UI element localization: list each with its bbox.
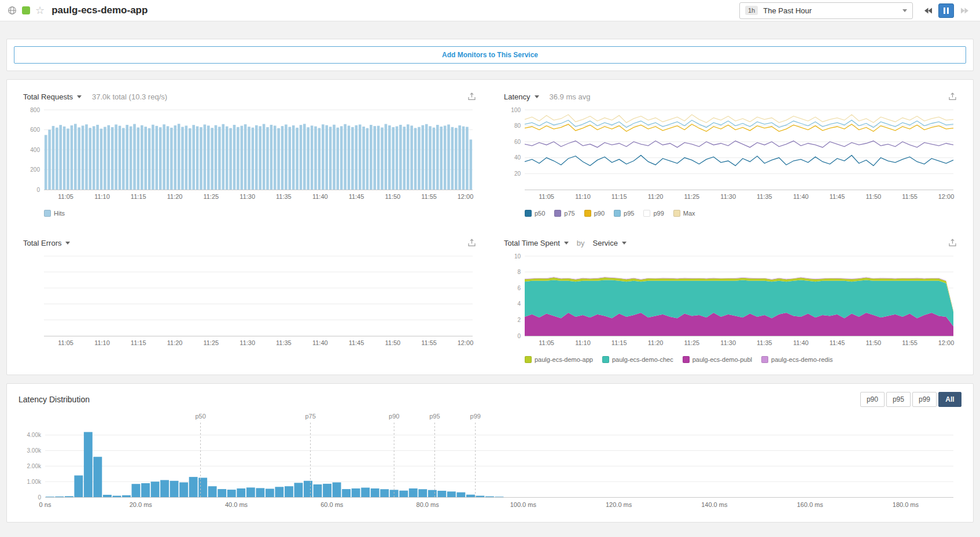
total-requests-legend: Hits <box>23 209 476 218</box>
svg-text:p75: p75 <box>305 413 315 420</box>
export-icon[interactable] <box>948 239 957 247</box>
svg-text:11:05: 11:05 <box>58 339 73 346</box>
group-by-dropdown[interactable]: Service <box>593 239 627 247</box>
latency-panel: Latency 36.9 ms avg 2040608010011:0511:1… <box>504 89 957 218</box>
svg-text:10: 10 <box>514 253 521 260</box>
svg-text:80.0 ms: 80.0 ms <box>417 501 440 508</box>
legend-item[interactable]: p99 <box>643 210 664 217</box>
svg-text:11:25: 11:25 <box>684 339 699 346</box>
total-time-spent-chart[interactable]: 024681011:0511:1011:1511:2011:2511:3011:… <box>504 250 957 353</box>
legend-swatch <box>44 210 51 217</box>
legend-label: p90 <box>594 210 605 217</box>
legend-item[interactable]: Hits <box>44 210 65 217</box>
svg-text:0: 0 <box>36 187 40 193</box>
svg-text:100.0 ms: 100.0 ms <box>510 501 537 508</box>
legend-item[interactable]: paulg-ecs-demo-redis <box>761 356 832 363</box>
svg-text:11:05: 11:05 <box>58 193 73 200</box>
svg-text:200: 200 <box>30 166 40 173</box>
svg-text:11:55: 11:55 <box>421 193 437 200</box>
svg-text:p90: p90 <box>389 413 399 420</box>
legend-swatch <box>525 210 532 217</box>
svg-text:140.0 ms: 140.0 ms <box>701 501 728 508</box>
legend-swatch <box>554 210 561 217</box>
legend-item[interactable]: p95 <box>614 210 634 217</box>
svg-text:11:45: 11:45 <box>830 339 845 346</box>
time-range-picker[interactable]: 1h The Past Hour <box>739 2 913 19</box>
chevron-down-icon <box>77 95 82 98</box>
time-range-label: The Past Hour <box>763 6 897 15</box>
latency-metric-dropdown[interactable]: Latency <box>504 92 539 101</box>
latency-chart[interactable]: 2040608010011:0511:1011:1511:2011:2511:3… <box>504 104 957 207</box>
chart-title: Total Requests <box>23 92 73 101</box>
add-monitors-button[interactable]: Add Monitors to This Service <box>14 46 966 64</box>
playback-controls <box>920 3 972 18</box>
total-time-spent-panel: Total Time Spent by Service 024681011:05… <box>504 235 957 364</box>
fast-forward-button[interactable] <box>957 3 972 18</box>
svg-text:11:20: 11:20 <box>648 193 664 200</box>
svg-text:11:45: 11:45 <box>349 339 364 346</box>
svg-text:3.00k: 3.00k <box>27 447 42 454</box>
svg-text:11:30: 11:30 <box>240 193 255 200</box>
globe-icon[interactable] <box>8 6 17 15</box>
chevron-down-icon <box>622 242 627 245</box>
legend-item[interactable]: Max <box>673 210 695 217</box>
p95-button[interactable]: p95 <box>886 392 911 407</box>
svg-text:0 ns: 0 ns <box>39 501 51 508</box>
svg-text:40.0 ms: 40.0 ms <box>225 501 248 508</box>
all-button[interactable]: All <box>938 392 961 407</box>
total-time-spent-metric-dropdown[interactable]: Total Time Spent <box>504 239 569 247</box>
legend-item[interactable]: paulg-ecs-demo-app <box>525 356 593 363</box>
legend-item[interactable]: p90 <box>584 210 605 217</box>
svg-text:11:25: 11:25 <box>684 193 699 200</box>
pause-button[interactable] <box>938 3 954 18</box>
legend-label: paulg-ecs-demo-redis <box>771 356 832 363</box>
service-color-swatch <box>22 6 30 14</box>
svg-text:11:50: 11:50 <box>866 339 882 346</box>
legend-item[interactable]: p50 <box>525 210 545 217</box>
svg-text:p99: p99 <box>470 413 481 420</box>
pause-icon <box>944 8 949 14</box>
total-time-spent-legend: paulg-ecs-demo-apppaulg-ecs-demo-checpau… <box>504 355 957 364</box>
total-errors-metric-dropdown[interactable]: Total Errors <box>23 239 70 247</box>
latency-summary: 36.9 ms avg <box>550 92 591 101</box>
svg-text:11:05: 11:05 <box>539 193 554 200</box>
legend-label: p99 <box>653 210 664 217</box>
svg-text:80: 80 <box>514 123 521 129</box>
p90-button[interactable]: p90 <box>860 392 885 407</box>
chart-title: Total Time Spent <box>504 239 560 247</box>
svg-text:11:25: 11:25 <box>203 193 219 200</box>
main-content: Add Monitors to This Service Total Reque… <box>0 21 980 536</box>
export-icon[interactable] <box>467 92 476 101</box>
svg-text:160.0 ms: 160.0 ms <box>797 501 823 508</box>
chevron-down-icon <box>65 242 70 245</box>
svg-text:11:20: 11:20 <box>167 193 183 200</box>
legend-swatch <box>683 356 690 363</box>
latency-distribution-chart[interactable]: 01.00k2.00k3.00k4.00k0 ns20.0 ms40.0 ms6… <box>19 412 961 515</box>
total-requests-metric-dropdown[interactable]: Total Requests <box>23 92 82 101</box>
export-icon[interactable] <box>948 92 957 101</box>
legend-swatch <box>525 356 532 363</box>
legend-swatch <box>761 356 768 363</box>
legend-item[interactable]: paulg-ecs-demo-publ <box>683 356 752 363</box>
star-icon[interactable]: ☆ <box>35 5 45 16</box>
svg-text:11:10: 11:10 <box>575 193 591 200</box>
svg-text:0: 0 <box>38 494 41 501</box>
legend-swatch <box>584 210 591 217</box>
export-icon[interactable] <box>467 239 476 247</box>
svg-text:11:35: 11:35 <box>757 193 772 200</box>
legend-label: paulg-ecs-demo-publ <box>692 356 752 363</box>
svg-text:11:15: 11:15 <box>611 193 627 200</box>
page-title: paulg-ecs-demo-app <box>51 5 148 16</box>
legend-item[interactable]: p75 <box>554 210 574 217</box>
legend-item[interactable]: paulg-ecs-demo-chec <box>602 356 673 363</box>
svg-text:400: 400 <box>30 147 40 153</box>
rewind-button[interactable] <box>920 3 935 18</box>
total-errors-chart[interactable]: 11:0511:1011:1511:2011:2511:3011:3511:40… <box>23 250 476 353</box>
p99-button[interactable]: p99 <box>912 392 937 407</box>
svg-text:11:15: 11:15 <box>611 339 627 346</box>
legend-label: p75 <box>564 210 574 217</box>
total-requests-summary: 37.0k total (10.3 req/s) <box>92 92 167 101</box>
total-requests-panel: Total Requests 37.0k total (10.3 req/s) … <box>23 89 476 218</box>
total-requests-chart[interactable]: 020040060080011:0511:1011:1511:2011:2511… <box>23 104 476 207</box>
total-errors-panel: Total Errors 11:0511:1011:1511:2011:2511… <box>23 235 476 364</box>
